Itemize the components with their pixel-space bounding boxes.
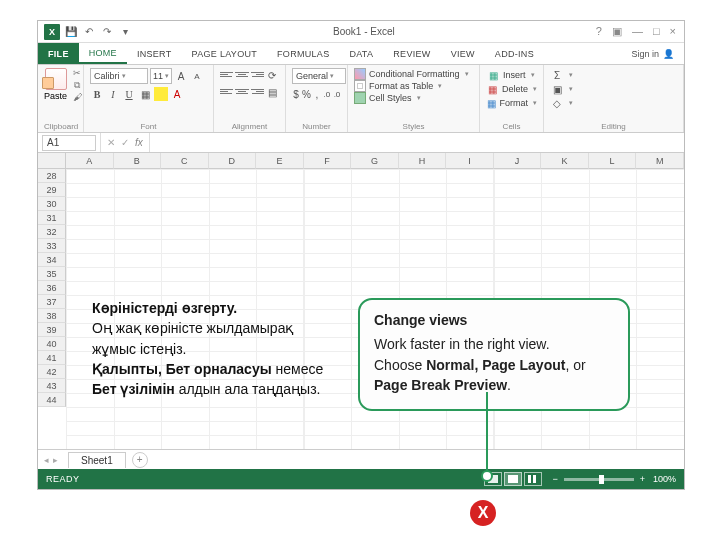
insert-cells-button[interactable]: ▦Insert▾ — [486, 68, 537, 82]
delete-cells-button[interactable]: ▦Delete▾ — [486, 82, 537, 96]
decrease-font-icon[interactable]: A — [190, 69, 204, 83]
zoom-slider[interactable] — [564, 478, 634, 481]
tab-data[interactable]: DATA — [339, 43, 383, 64]
row-header[interactable]: 44 — [38, 393, 66, 407]
row-header[interactable]: 39 — [38, 323, 66, 337]
row-header[interactable]: 32 — [38, 225, 66, 239]
increase-decimal-icon[interactable]: .0 — [323, 87, 331, 101]
accounting-format-icon[interactable]: $ — [292, 87, 300, 101]
sheet-tab[interactable]: Sheet1 — [68, 452, 126, 468]
redo-icon[interactable]: ↷ — [100, 25, 114, 39]
maximize-icon[interactable]: □ — [653, 25, 660, 38]
new-sheet-button[interactable]: + — [132, 452, 148, 468]
italic-button[interactable]: I — [106, 87, 120, 101]
tab-addins[interactable]: ADD-INS — [485, 43, 544, 64]
sheet-nav-prev-icon[interactable]: ◂ — [44, 455, 49, 465]
view-page-layout-button[interactable] — [504, 472, 522, 486]
paste-button[interactable]: Paste — [44, 68, 67, 101]
save-icon[interactable]: 💾 — [64, 25, 78, 39]
increase-font-icon[interactable]: A — [174, 69, 188, 83]
qat-customize-icon[interactable]: ▾ — [118, 25, 132, 39]
row-header[interactable]: 43 — [38, 379, 66, 393]
row-header[interactable]: 40 — [38, 337, 66, 351]
align-center-icon[interactable] — [235, 85, 248, 97]
comma-format-icon[interactable]: , — [313, 87, 321, 101]
font-size-combo[interactable]: 11▾ — [150, 68, 172, 84]
format-cells-button[interactable]: ▦Format▾ — [486, 96, 537, 110]
row-header[interactable]: 38 — [38, 309, 66, 323]
row-header[interactable]: 37 — [38, 295, 66, 309]
copy-icon[interactable]: ⧉ — [71, 80, 83, 90]
format-as-table-button[interactable]: Format as Table▾ — [354, 80, 473, 92]
col-header[interactable]: I — [446, 153, 494, 169]
row-header[interactable]: 31 — [38, 211, 66, 225]
sheet-nav-next-icon[interactable]: ▸ — [53, 455, 58, 465]
tab-formulas[interactable]: FORMULAS — [267, 43, 339, 64]
select-all-corner[interactable] — [38, 153, 66, 169]
cancel-icon[interactable]: ✕ — [107, 137, 115, 148]
col-header[interactable]: B — [114, 153, 162, 169]
autosum-icon[interactable]: Σ — [550, 68, 564, 82]
col-header[interactable]: C — [161, 153, 209, 169]
merge-center-icon[interactable]: ▤ — [266, 85, 279, 99]
fill-icon[interactable]: ▣ — [550, 82, 564, 96]
orientation-icon[interactable]: ⟳ — [266, 68, 279, 82]
name-box[interactable]: A1 — [42, 135, 96, 151]
cell-styles-button[interactable]: Cell Styles▾ — [354, 92, 473, 104]
percent-format-icon[interactable]: % — [302, 87, 311, 101]
font-color-button[interactable]: A — [170, 87, 184, 101]
col-header[interactable]: L — [589, 153, 637, 169]
minimize-icon[interactable]: — — [632, 25, 643, 38]
cut-icon[interactable]: ✂ — [71, 68, 83, 78]
row-header[interactable]: 33 — [38, 239, 66, 253]
zoom-percent[interactable]: 100% — [653, 474, 676, 484]
align-top-icon[interactable] — [220, 68, 233, 80]
align-left-icon[interactable] — [220, 85, 233, 97]
col-header[interactable]: M — [636, 153, 684, 169]
zoom-in-icon[interactable]: + — [640, 474, 645, 484]
tab-insert[interactable]: INSERT — [127, 43, 182, 64]
tab-view[interactable]: VIEW — [441, 43, 485, 64]
enter-icon[interactable]: ✓ — [121, 137, 129, 148]
fx-icon[interactable]: fx — [135, 137, 143, 148]
align-bottom-icon[interactable] — [251, 68, 264, 80]
decrease-decimal-icon[interactable]: .0 — [333, 87, 341, 101]
ribbon-display-options-icon[interactable]: ▣ — [612, 25, 622, 38]
help-icon[interactable]: ? — [596, 25, 602, 38]
font-name-combo[interactable]: Calibri▾ — [90, 68, 148, 84]
row-header[interactable]: 42 — [38, 365, 66, 379]
underline-button[interactable]: U — [122, 87, 136, 101]
col-header[interactable]: E — [256, 153, 304, 169]
clear-icon[interactable]: ◇ — [550, 96, 564, 110]
col-header[interactable]: A — [66, 153, 114, 169]
sign-in-link[interactable]: Sign in 👤 — [621, 43, 684, 64]
tab-page-layout[interactable]: PAGE LAYOUT — [182, 43, 267, 64]
format-painter-icon[interactable]: 🖌 — [71, 92, 83, 102]
conditional-formatting-button[interactable]: Conditional Formatting▾ — [354, 68, 473, 80]
fill-color-button[interactable] — [154, 87, 168, 101]
col-header[interactable]: K — [541, 153, 589, 169]
align-right-icon[interactable] — [251, 85, 264, 97]
close-icon[interactable]: × — [670, 25, 676, 38]
tab-review[interactable]: REVIEW — [383, 43, 440, 64]
row-header[interactable]: 30 — [38, 197, 66, 211]
col-header[interactable]: J — [494, 153, 542, 169]
row-header[interactable]: 34 — [38, 253, 66, 267]
view-page-break-button[interactable] — [524, 472, 542, 486]
col-header[interactable]: D — [209, 153, 257, 169]
tab-home[interactable]: HOME — [79, 43, 127, 64]
row-header[interactable]: 41 — [38, 351, 66, 365]
border-button[interactable]: ▦ — [138, 87, 152, 101]
zoom-out-icon[interactable]: − — [552, 474, 557, 484]
row-header[interactable]: 35 — [38, 267, 66, 281]
bold-button[interactable]: B — [90, 87, 104, 101]
number-format-combo[interactable]: General▾ — [292, 68, 346, 84]
tab-file[interactable]: FILE — [38, 43, 79, 64]
undo-icon[interactable]: ↶ — [82, 25, 96, 39]
col-header[interactable]: G — [351, 153, 399, 169]
col-header[interactable]: F — [304, 153, 352, 169]
row-header[interactable]: 28 — [38, 169, 66, 183]
row-header[interactable]: 36 — [38, 281, 66, 295]
col-header[interactable]: H — [399, 153, 447, 169]
row-header[interactable]: 29 — [38, 183, 66, 197]
